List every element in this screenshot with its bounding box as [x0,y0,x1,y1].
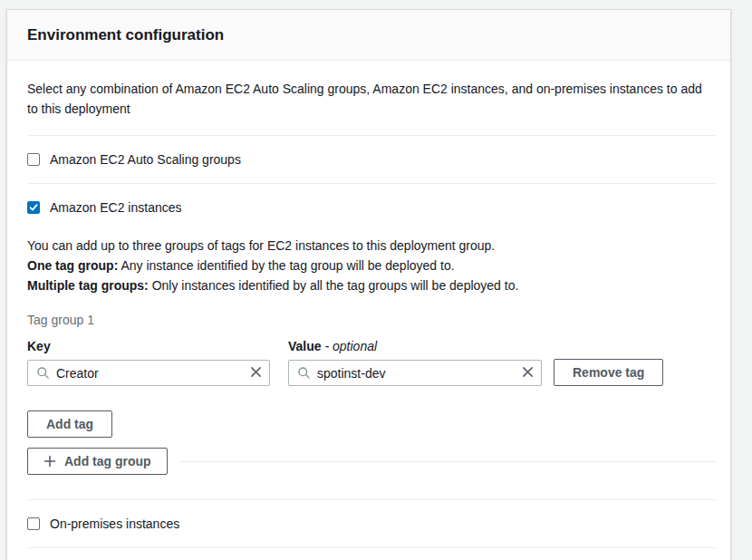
tag-help-intro: You can add up to three groups of tags f… [27,236,716,256]
panel-description: Select any combination of Amazon EC2 Aut… [27,79,712,119]
ec2-instances-checkbox[interactable] [27,201,40,214]
panel-body: Select any combination of Amazon EC2 Aut… [7,61,730,560]
ec2-instances-label: Amazon EC2 instances [50,199,182,216]
add-tag-button[interactable]: Add tag [27,410,112,438]
remove-tag-button[interactable]: Remove tag [554,359,663,386]
plus-icon [43,455,56,468]
key-label: Key [27,337,270,355]
tag-group-title: Tag group 1 [27,311,716,329]
add-tag-group-row: Add tag group [27,448,716,475]
on-premises-checkbox[interactable] [27,517,40,530]
tag-fields-row: Key Value - optional [27,337,716,386]
value-search-box [288,360,542,386]
tag-help-text: You can add up to three groups of tags f… [27,236,716,295]
value-clear-button[interactable] [522,366,534,381]
auto-scaling-groups-label: Amazon EC2 Auto Scaling groups [50,151,241,168]
value-label: Value - optional [288,337,542,355]
key-clear-button[interactable] [250,366,262,381]
checkbox-row-auto-scaling-groups[interactable]: Amazon EC2 Auto Scaling groups [27,136,716,183]
value-optional-label: - optional [324,339,377,353]
panel-title: Environment configuration [27,26,224,44]
key-search-box [27,360,270,386]
add-tag-group-button[interactable]: Add tag group [27,448,168,475]
environment-configuration-panel: Environment configuration Select any com… [6,9,731,560]
key-input[interactable] [56,366,245,381]
tag-help-multiple-tag-groups: Multiple tag groups: Only instances iden… [27,275,716,295]
on-premises-label: On-premises instances [50,516,179,532]
divider [27,547,716,548]
checkbox-row-ec2-instances[interactable]: Amazon EC2 instances [27,184,716,227]
checkmark-icon [29,203,38,212]
close-icon [250,366,262,381]
auto-scaling-groups-checkbox[interactable] [27,153,40,166]
key-field: Key [27,337,270,386]
tag-help-one-tag-group: One tag group: Any instance identified b… [27,256,716,275]
value-input[interactable] [317,366,516,381]
horizontal-rule [178,461,716,462]
value-field: Value - optional [288,337,542,386]
panel-header: Environment configuration [7,10,730,61]
add-tag-group-label: Add tag group [64,454,151,468]
close-icon [522,366,534,381]
search-icon [36,366,50,380]
checkbox-row-on-premises[interactable]: On-premises instances [27,500,716,547]
search-icon [297,366,311,380]
